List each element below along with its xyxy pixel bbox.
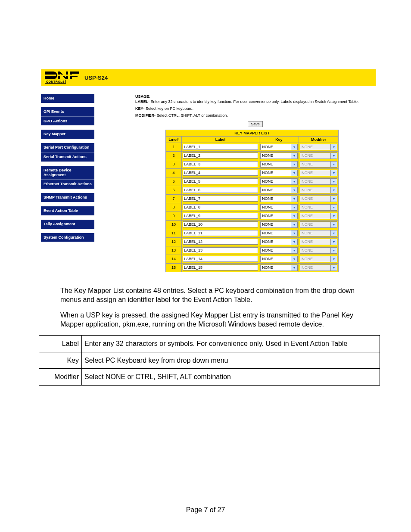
chevron-down-icon: ▾	[330, 153, 337, 159]
usage-key-text: - Select key on PC keyboard.	[143, 106, 194, 111]
sidebar-item-gpo-actions[interactable]: GPO Actions	[41, 117, 94, 126]
modifier-select: NONE▾	[300, 144, 337, 150]
modifier-select-value: NONE	[302, 145, 313, 149]
label-input[interactable]	[183, 204, 258, 210]
key-select[interactable]: NONE▾	[260, 196, 298, 202]
key-mapper-row: 6NONE▾NONE▾	[166, 186, 339, 194]
chevron-down-icon: ▾	[291, 179, 297, 184]
definition-row: LabelEnter any 32 characters or symbols.…	[39, 335, 380, 352]
sidebar-item-key-mapper[interactable]: Key Mapper	[41, 130, 94, 139]
col-line: Line#	[166, 136, 182, 143]
key-select[interactable]: NONE▾	[260, 178, 298, 185]
chevron-down-icon: ▾	[330, 213, 337, 219]
svg-rect-5	[58, 75, 68, 76]
key-select-value: NONE	[262, 196, 273, 201]
label-input[interactable]	[183, 161, 258, 167]
definition-desc: Enter any 32 characters or symbols. For …	[82, 335, 380, 352]
modifier-select-value: NONE	[302, 231, 313, 235]
key-select[interactable]: NONE▾	[260, 221, 298, 228]
sidebar-item-home[interactable]: Home	[41, 94, 94, 103]
label-input[interactable]	[183, 264, 258, 271]
key-select[interactable]: NONE▾	[260, 204, 298, 211]
chevron-down-icon: ▾	[291, 153, 297, 159]
label-input[interactable]	[183, 144, 258, 150]
label-input[interactable]	[183, 221, 258, 227]
key-select[interactable]: NONE▾	[260, 170, 298, 176]
key-select-value: NONE	[262, 231, 273, 235]
key-select-value: NONE	[262, 248, 273, 252]
key-select[interactable]: NONE▾	[260, 239, 298, 245]
key-mapper-title: KEY MAPPER LIST	[166, 130, 339, 136]
label-input[interactable]	[183, 152, 258, 159]
modifier-select-value: NONE	[302, 179, 313, 184]
label-input[interactable]	[183, 213, 258, 219]
key-select[interactable]: NONE▾	[260, 230, 298, 236]
key-select[interactable]: NONE▾	[260, 213, 298, 219]
cell-line-number: 12	[166, 237, 182, 246]
sidebar-item-tally-assignment[interactable]: Tally Assignment	[41, 220, 94, 229]
usage-label-text: - Enter any 32 characters to identify ke…	[148, 100, 358, 104]
label-input[interactable]	[183, 230, 258, 236]
cell-line-number: 3	[166, 160, 182, 168]
label-input[interactable]	[183, 187, 258, 193]
key-select[interactable]: NONE▾	[260, 144, 298, 150]
modifier-select-value: NONE	[302, 171, 313, 175]
sidebar-item-ethernet-transmit-actions[interactable]: Ethernet Transmit Actions	[41, 180, 94, 189]
sidebar-item-event-action-table[interactable]: Event Action Table	[41, 206, 94, 215]
label-input[interactable]	[183, 196, 258, 202]
chevron-down-icon: ▾	[291, 196, 297, 202]
modifier-select: NONE▾	[300, 256, 337, 262]
modifier-select-value: NONE	[302, 257, 313, 261]
key-select[interactable]: NONE▾	[260, 264, 298, 271]
cell-line-number: 7	[166, 194, 182, 203]
chevron-down-icon: ▾	[330, 222, 337, 227]
modifier-select: NONE▾	[300, 230, 337, 236]
key-mapper-row: 4NONE▾NONE▾	[166, 168, 339, 177]
svg-rect-9	[70, 75, 79, 76]
key-select-value: NONE	[262, 257, 273, 261]
modifier-select: NONE▾	[300, 161, 337, 168]
key-mapper-row: 12NONE▾NONE▾	[166, 237, 339, 246]
key-select[interactable]: NONE▾	[260, 161, 298, 168]
save-button[interactable]: Save	[248, 121, 263, 127]
logo-subtext: CONTROLS	[45, 80, 66, 84]
cell-line-number: 10	[166, 220, 182, 229]
sidebar-item-snmp-transmit-actions[interactable]: SNMP Transmit Actions	[41, 193, 94, 202]
sidebar-item-remote-device-assignment[interactable]: Remote Device Assignment	[41, 166, 94, 180]
sidebar-item-system-configuration[interactable]: System Configuration	[41, 233, 94, 242]
cell-line-number: 1	[166, 143, 182, 151]
sidebar-item-serial-port-configuration[interactable]: Serial Port Configuration	[41, 143, 94, 152]
chevron-down-icon: ▾	[330, 144, 337, 150]
sidebar-item-serial-transmit-actions[interactable]: Serial Transmit Actions	[41, 152, 94, 162]
modifier-select: NONE▾	[300, 196, 337, 202]
label-input[interactable]	[183, 178, 258, 184]
label-input[interactable]	[183, 256, 258, 262]
key-select[interactable]: NONE▾	[260, 256, 298, 262]
chevron-down-icon: ▾	[291, 205, 297, 210]
key-mapper-row: 5NONE▾NONE▾	[166, 177, 339, 186]
label-input[interactable]	[183, 247, 258, 253]
sidebar-item-gpi-events[interactable]: GPI Events	[41, 107, 94, 117]
cell-line-number: 11	[166, 229, 182, 237]
cell-line-number: 9	[166, 212, 182, 220]
label-input[interactable]	[183, 239, 258, 245]
label-input[interactable]	[183, 170, 258, 176]
body-paragraph-1: The Key Mapper List contains 48 entries.…	[60, 286, 370, 305]
svg-rect-1	[45, 75, 56, 76]
key-mapper-row: 15NONE▾NONE▾	[166, 263, 339, 272]
cell-line-number: 15	[166, 263, 182, 272]
key-select[interactable]: NONE▾	[260, 152, 298, 159]
usage-mod-key: MODIFIER	[135, 113, 154, 118]
cell-line-number: 13	[166, 246, 182, 255]
chevron-down-icon: ▾	[291, 265, 297, 271]
key-select[interactable]: NONE▾	[260, 247, 298, 254]
chevron-down-icon: ▾	[330, 230, 337, 236]
key-select[interactable]: NONE▾	[260, 187, 298, 193]
definition-term: Modifier	[39, 369, 82, 386]
key-mapper-row: 7NONE▾NONE▾	[166, 194, 339, 203]
chevron-down-icon: ▾	[291, 170, 297, 176]
key-select-value: NONE	[262, 214, 273, 218]
modifier-select: NONE▾	[300, 264, 337, 271]
definition-desc: Select PC Keyboard key from drop down me…	[82, 352, 380, 369]
key-mapper-table: KEY MAPPER LIST Line# Label Key Modifier…	[165, 130, 339, 272]
